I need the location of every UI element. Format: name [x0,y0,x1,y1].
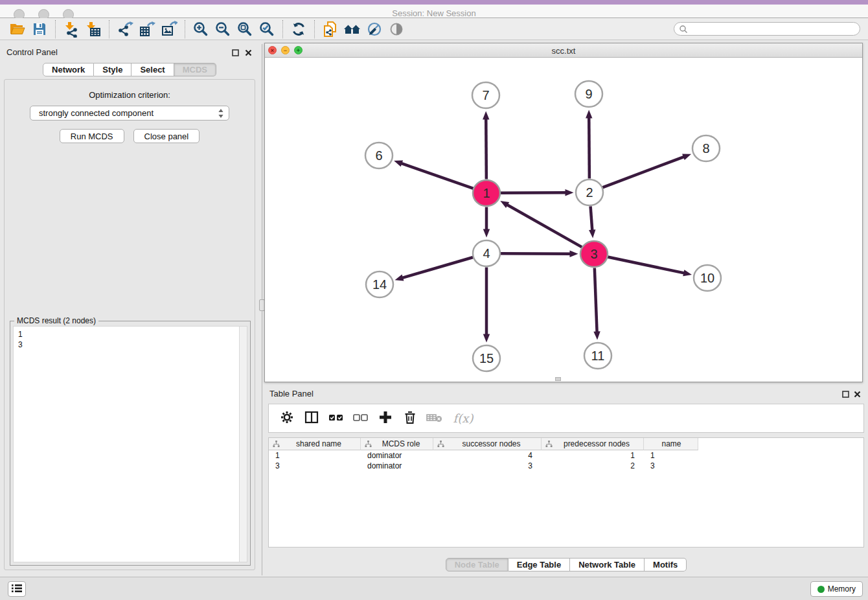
network-canvas[interactable]: 1234678910111415 [265,58,862,382]
window-title: Session: New Session [0,8,868,18]
tab-motifs[interactable]: Motifs [645,558,687,571]
table-row[interactable]: 3dominator323 [269,461,863,471]
task-history-button[interactable] [8,581,26,597]
export-network-icon [117,21,133,38]
import-table-button[interactable] [82,19,104,39]
window-resize-grip[interactable] [555,377,561,381]
graph-node-14[interactable] [366,271,393,297]
control-panel-float-icon[interactable] [231,48,240,57]
graph-edge-1-6[interactable] [401,163,474,189]
home-networks-button[interactable] [341,19,363,39]
tab-network-table[interactable]: Network Table [570,558,645,571]
zoom-out-button[interactable] [212,19,234,39]
graph-node-7[interactable] [472,82,499,108]
add-row-button[interactable] [375,408,396,430]
memory-button[interactable]: Memory [810,581,863,597]
header-filler [698,438,863,450]
column-header-name[interactable]: name [644,438,698,450]
mcds-result-list: 13 [14,327,247,350]
table-cell: 1 [269,450,361,461]
edge-arrowhead [483,111,489,119]
graph-edge-2-3[interactable] [591,206,593,231]
import-network-button[interactable] [60,19,82,39]
column-header-MCDS-role[interactable]: MCDS role [361,438,433,450]
graph-edge-4-3[interactable] [500,253,571,254]
node-table[interactable]: shared nameMCDS rolesuccessor nodesprede… [268,437,864,548]
result-scrollbar[interactable] [239,327,247,562]
table-panel-float-icon[interactable] [841,389,850,398]
column-header-successor-nodes[interactable]: successor nodes [433,438,542,450]
open-session-button[interactable] [6,19,29,39]
zoom-out-icon [214,21,231,38]
graph-node-11[interactable] [584,343,611,369]
duplicate-network-button[interactable] [319,19,341,39]
panel-mode-button[interactable] [301,408,322,430]
zoom-selected-button[interactable] [256,19,278,39]
edge-arrowhead [589,229,595,238]
split-columns-icon [304,410,319,426]
export-image-button[interactable] [158,19,180,39]
save-session-button[interactable] [29,19,51,39]
toolbar-separator [282,20,283,38]
run-mcds-button[interactable]: Run MCDS [60,129,124,143]
close-panel-button[interactable]: Close panel [133,129,200,143]
export-image-icon [161,21,177,38]
control-panel-close-icon[interactable] [244,48,253,57]
tab-edge-table[interactable]: Edge Table [508,558,570,571]
table-cell: 3 [433,461,542,471]
graph-node-1[interactable] [473,180,500,206]
graph-edge-2-8[interactable] [602,157,685,188]
sort-hierarchy-icon [545,440,553,448]
tab-style[interactable]: Style [94,63,131,76]
save-floppy-icon [31,21,48,38]
duplicate-network-icon [322,21,339,38]
graph-edge-3-11[interactable] [595,268,597,332]
zoom-in-button[interactable] [190,19,212,39]
select-all-columns-button[interactable] [326,408,347,430]
graph-node-2[interactable] [576,179,603,205]
graph-node-10[interactable] [694,265,721,291]
network-window-titlebar[interactable]: × − + scc.txt [265,43,862,58]
column-settings-button[interactable] [277,408,297,430]
column-header-shared-name[interactable]: shared name [269,438,361,450]
clear-style-button[interactable] [363,19,385,39]
unselect-all-columns-button[interactable] [350,408,371,430]
tab-mcds[interactable]: MCDS [174,63,216,76]
column-header-predecessor-nodes[interactable]: predecessor nodes [542,438,644,450]
graph-node-9[interactable] [575,81,602,107]
graph-node-8[interactable] [692,135,720,161]
main-toolbar [0,18,868,40]
list-icon [11,583,23,595]
application-window: Session: New Session Control Panel N [0,0,868,600]
graph-edge-1-2[interactable] [500,192,566,193]
graph-edge-2-9[interactable] [589,117,589,178]
tab-node-table[interactable]: Node Table [446,558,508,571]
tab-network[interactable]: Network [43,63,94,76]
zoom-selected-icon [258,21,275,38]
delete-row-button[interactable] [400,408,420,430]
graph-node-15[interactable] [473,345,500,371]
graph-node-6[interactable] [365,143,393,168]
graph-edge-1-7[interactable] [486,118,486,179]
search-input[interactable] [674,22,860,36]
table-row[interactable]: 1dominator411 [269,450,863,461]
open-folder-icon [9,21,26,38]
graph-edge-4-14[interactable] [402,257,473,278]
trash-icon [403,410,417,426]
edge-arrowhead [569,251,578,257]
tab-select[interactable]: Select [131,63,174,76]
graph-edge-3-1[interactable] [507,204,582,247]
export-table-button[interactable] [136,19,158,39]
table-panel-close-icon[interactable] [852,389,862,398]
criterion-dropdown[interactable]: strongly connected component [30,106,229,121]
table-cell: dominator [361,461,433,471]
mcds-result-groupbox: MCDS result (2 nodes) 13 [10,321,251,566]
mcds-result-line: 3 [18,340,247,350]
graph-node-4[interactable] [473,240,500,266]
graph-edge-3-10[interactable] [608,257,685,273]
node-table-body: 1dominator4113dominator323 [269,450,863,471]
export-network-button[interactable] [114,19,136,39]
refresh-layout-button[interactable] [288,19,310,39]
graph-node-3[interactable] [580,241,608,267]
zoom-fit-button[interactable] [234,19,256,39]
